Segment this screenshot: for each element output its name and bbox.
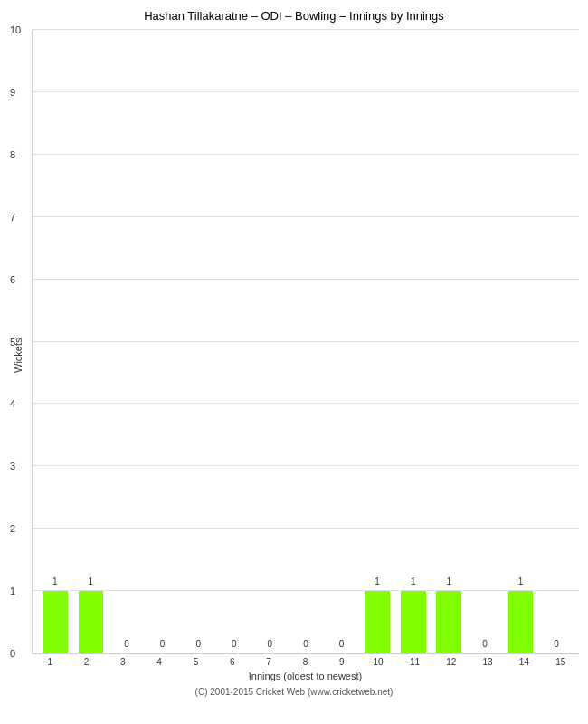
bar-group: 0	[145, 30, 181, 653]
bar-group: 0	[324, 30, 360, 653]
x-tick-label: 4	[141, 657, 177, 667]
x-tick-label: 1	[32, 657, 68, 667]
bar: 1	[508, 591, 534, 653]
x-axis: 123456789101112131415	[32, 654, 579, 667]
bar-group: 1	[359, 30, 395, 653]
x-tick-label: 2	[68, 657, 104, 667]
bar-group: 1	[37, 30, 73, 653]
y-tick-label: 10	[10, 24, 21, 35]
bar-value-label: 1	[81, 576, 100, 586]
bar-group: 1	[73, 30, 109, 653]
y-axis-label: Wickets	[9, 30, 27, 681]
chart-body: Wickets 012345678910110000000111010 1234…	[9, 30, 579, 681]
bar-group: 0	[109, 30, 145, 653]
bar-zero-label: 0	[476, 639, 494, 649]
bar: 1	[79, 591, 104, 653]
x-tick-label: 7	[251, 657, 287, 667]
x-tick-label: 15	[543, 657, 579, 667]
bar: 1	[365, 591, 390, 653]
bar-group: 1	[432, 30, 468, 653]
x-tick-label: 11	[396, 657, 432, 667]
bar-zero-label: 0	[297, 639, 315, 649]
bar-group: 0	[538, 30, 574, 653]
x-axis-title: Innings (oldest to newest)	[32, 671, 579, 681]
bar-zero-label: 0	[225, 639, 243, 649]
bar-value-label: 1	[368, 576, 386, 586]
bar-group: 0	[252, 30, 289, 653]
y-tick-label: 6	[10, 274, 15, 285]
x-tick-label: 6	[214, 657, 251, 667]
bar-group: 1	[395, 30, 432, 653]
bar-group: 0	[180, 30, 216, 653]
plot-area: 012345678910110000000111010	[32, 30, 579, 654]
x-tick-label: 12	[433, 657, 469, 667]
y-tick-label: 4	[10, 398, 15, 409]
bar-zero-label: 0	[547, 639, 565, 649]
chart-container: Hashan Tillakaratne – ODI – Bowling – In…	[0, 0, 588, 724]
y-tick-label: 1	[10, 586, 15, 596]
x-tick-label: 3	[105, 657, 141, 667]
bar-zero-label: 0	[118, 639, 136, 649]
y-tick-label: 9	[10, 87, 15, 98]
x-tick-label: 10	[360, 657, 396, 667]
bar-group: 0	[216, 30, 252, 653]
bar-group: 0	[288, 30, 324, 653]
y-tick-label: 8	[10, 149, 15, 160]
bar-group: 0	[467, 30, 503, 653]
x-tick-label: 8	[287, 657, 323, 667]
y-tick-label: 3	[10, 461, 15, 472]
chart-area: 012345678910110000000111010 123456789101…	[32, 30, 579, 681]
bar-zero-label: 0	[154, 639, 172, 649]
bar-zero-label: 0	[333, 639, 351, 649]
y-tick-label: 5	[10, 337, 15, 348]
y-tick-label: 0	[10, 648, 15, 659]
bar-value-label: 1	[404, 576, 422, 586]
y-tick-label: 2	[10, 523, 15, 534]
bar: 1	[43, 591, 68, 653]
chart-title: Hashan Tillakaratne – ODI – Bowling – In…	[9, 9, 579, 23]
bar: 1	[401, 591, 426, 653]
bar: 1	[436, 591, 461, 653]
y-tick-label: 7	[10, 212, 15, 223]
x-tick-label: 13	[469, 657, 506, 667]
x-tick-label: 9	[324, 657, 360, 667]
bar-group: 1	[503, 30, 539, 653]
bar-value-label: 1	[46, 576, 64, 586]
bar-value-label: 1	[440, 576, 458, 586]
x-tick-label: 14	[506, 657, 542, 667]
bar-value-label: 1	[512, 576, 530, 586]
bar-zero-label: 0	[261, 639, 279, 649]
bars-container: 110000000111010	[33, 30, 579, 653]
bar-zero-label: 0	[189, 639, 207, 649]
x-tick-label: 5	[177, 657, 213, 667]
copyright: (C) 2001-2015 Cricket Web (www.cricketwe…	[9, 687, 579, 697]
